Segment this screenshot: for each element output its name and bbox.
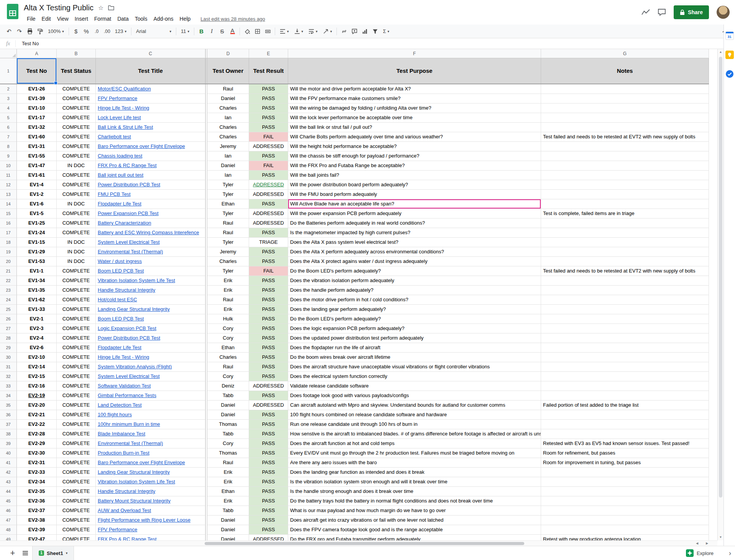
cell-B28[interactable]: COMPLETE (57, 333, 96, 343)
row-header-40[interactable]: 40 (0, 448, 17, 458)
cell-D6[interactable]: Charles (207, 123, 249, 132)
row-header-22[interactable]: 22 (0, 276, 17, 286)
row-header-25[interactable]: 25 (0, 305, 17, 314)
cell-E10[interactable]: FAIL (249, 161, 288, 171)
cell-F9[interactable]: Will the chassis be stiff enough for pay… (288, 151, 541, 161)
increase-decimal-icon[interactable]: .00 (102, 26, 112, 36)
cell-C34[interactable]: Gimbal Performance Tests (96, 391, 205, 401)
cell-E23[interactable]: PASS (249, 286, 288, 295)
cell-B45[interactable]: COMPLETE (57, 496, 96, 506)
sheets-logo-icon[interactable] (7, 4, 18, 19)
cell-G31[interactable] (541, 362, 709, 372)
sheet-tab-sheet1[interactable]: 1 Sheet1 ▾ (32, 546, 74, 560)
activity-icon[interactable] (641, 9, 650, 16)
cell-C18[interactable]: System Level Electrical Test (96, 238, 205, 247)
cell-D11[interactable]: Ian (207, 171, 249, 180)
cell-E30[interactable]: PASS (249, 353, 288, 362)
menu-view[interactable]: View (54, 15, 72, 23)
cell-F23[interactable]: Does the handle perform adequately? (288, 286, 541, 295)
cell-A23[interactable]: EV1-35 (17, 286, 57, 295)
cell-E11[interactable]: PASS (249, 171, 288, 180)
cell-A35[interactable]: EV2-20 (17, 401, 57, 410)
row-header-3[interactable]: 3 (0, 94, 17, 103)
cell-G15[interactable]: Test is complete, failed items are in tr… (541, 209, 709, 218)
cell-G27[interactable] (541, 324, 709, 333)
cell-E48[interactable]: PASS (249, 525, 288, 535)
cell-C3[interactable]: FPV Performance (96, 94, 205, 103)
horizontal-scrollbar[interactable]: ◀ ▶ (0, 540, 717, 546)
cell-C28[interactable]: Power Distribution PCB Test (96, 333, 205, 343)
cell-D28[interactable]: Cory (207, 333, 249, 343)
cell-A30[interactable]: EV2-10 (17, 353, 57, 362)
cell-F43[interactable]: Is the vibration isolation system stron … (288, 477, 541, 487)
cell-E26[interactable]: PASS (249, 314, 288, 324)
cell-G39[interactable]: Retested with EV3 as EV5 had known senso… (541, 439, 709, 448)
cell-D4[interactable]: Charles (207, 103, 249, 113)
cell-F13[interactable]: Will the FMU board perform adequately (288, 190, 541, 199)
all-sheets-icon[interactable] (22, 551, 28, 555)
row-header-44[interactable]: 44 (0, 487, 17, 496)
cell-A34[interactable]: EV2-19 (17, 391, 57, 401)
cell-A9[interactable]: EV1-55 (17, 151, 57, 161)
cell-C8[interactable]: Baro Performance over Flight Envelope (96, 142, 205, 151)
cell-B20[interactable]: IN DOC (57, 257, 96, 266)
cell-E25[interactable]: PASS (249, 305, 288, 314)
cell-C17[interactable]: Battery and ESC Wiring Compass Interefen… (96, 228, 205, 238)
cell-G23[interactable] (541, 286, 709, 295)
star-icon[interactable]: ☆ (98, 4, 103, 11)
menu-insert[interactable]: Insert (72, 15, 91, 23)
cell-E12[interactable]: ADDRESSED (249, 180, 288, 190)
cell-B9[interactable]: COMPLETE (57, 151, 96, 161)
cell-G9[interactable] (541, 151, 709, 161)
cell-G2[interactable] (541, 84, 709, 94)
cell-F28[interactable]: Does the updated power distribution test… (288, 333, 541, 343)
cell-D44[interactable]: Ethan (207, 487, 249, 496)
cell-G11[interactable] (541, 171, 709, 180)
cell-B33[interactable]: COMPLETE (57, 381, 96, 391)
insert-chart-icon[interactable] (359, 26, 370, 36)
cell-D40[interactable]: Thomas (207, 448, 249, 458)
cell-E28[interactable]: PASS (249, 333, 288, 343)
cell-D34[interactable]: Tabb (207, 391, 249, 401)
row-header-39[interactable]: 39 (0, 439, 17, 448)
cell-B22[interactable]: COMPLETE (57, 276, 96, 286)
cell-C26[interactable]: Boom LED PCB Test (96, 314, 205, 324)
cell-E4[interactable]: PASS (249, 103, 288, 113)
cell-C36[interactable]: 100 flight hours (96, 410, 205, 420)
cell-B19[interactable]: IN DOC (57, 247, 96, 257)
cell-D30[interactable]: Charles (207, 353, 249, 362)
cell-F19[interactable]: Does the Alta X perform adequately acros… (288, 247, 541, 257)
cell-A26[interactable]: EV2-1 (17, 314, 57, 324)
cell-C20[interactable]: Water / dust ingress (96, 257, 205, 266)
row-header-23[interactable]: 23 (0, 286, 17, 295)
cell-E37[interactable]: PASS (249, 420, 288, 429)
row-header-2[interactable]: 2 (0, 84, 17, 94)
cell-C44[interactable]: Handle Structural Integrity (96, 487, 205, 496)
cell-B17[interactable]: COMPLETE (57, 228, 96, 238)
cell-D29[interactable]: Ethan (207, 343, 249, 353)
cell-F14[interactable]: Will Active Blade have an acceptable lif… (288, 199, 541, 209)
cell-G46[interactable] (541, 506, 709, 516)
font-select[interactable]: Arial▾ (133, 26, 174, 36)
horizontal-scrollbar-thumb[interactable] (205, 542, 524, 545)
cell-B4[interactable]: COMPLETE (57, 103, 96, 113)
functions-select[interactable]: Σ▾ (380, 26, 392, 36)
cell-C19[interactable]: Environmental Test (Thermal) (96, 247, 205, 257)
cell-G10[interactable] (541, 161, 709, 171)
cell-A42[interactable]: EV2-33 (17, 468, 57, 477)
cell-F38[interactable]: How senstive is the aircraft to imbalanc… (288, 429, 541, 439)
cell-A25[interactable]: EV1-33 (17, 305, 57, 314)
cell-F48[interactable]: Does the FPV camera footage look good an… (288, 525, 541, 535)
cell-F21[interactable]: Do the Boom LED's perform adequately? (288, 266, 541, 276)
cell-A4[interactable]: EV1-10 (17, 103, 57, 113)
cell-D18[interactable]: Tyler (207, 238, 249, 247)
cell-F30[interactable]: Do the boom wires break over aircraft li… (288, 353, 541, 362)
cell-G16[interactable] (541, 218, 709, 228)
cell-B42[interactable]: COMPLETE (57, 468, 96, 477)
cell-B36[interactable]: COMPLETE (57, 410, 96, 420)
cell-D23[interactable]: Erik (207, 286, 249, 295)
cell-D41[interactable]: Raul (207, 458, 249, 468)
cell-G8[interactable] (541, 142, 709, 151)
cell-A36[interactable]: EV2-21 (17, 410, 57, 420)
cell-D22[interactable]: Erik (207, 276, 249, 286)
